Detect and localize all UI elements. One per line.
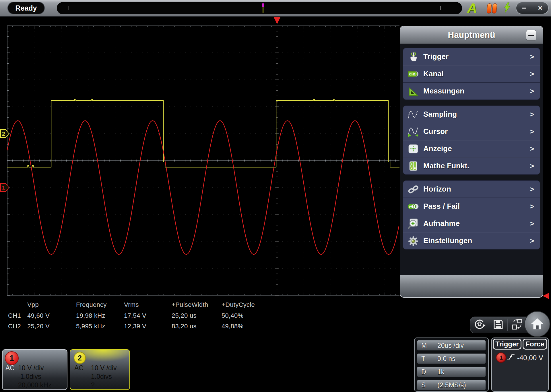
pause-icon[interactable] <box>486 3 492 13</box>
horizontal-row-m[interactable]: M20us /div <box>417 340 486 350</box>
svg-text:CH1: CH1 <box>409 73 416 76</box>
chevron-right-icon: > <box>530 53 534 61</box>
menu-group-1: Trigger> CH1Kanal> Messungen> <box>403 48 540 100</box>
menu-item-sampling[interactable]: Sampling> <box>403 106 540 123</box>
horizontal-row-value: 20us /div <box>437 342 464 350</box>
horizontal-row-label: T <box>421 355 425 363</box>
channel1-coupling: AC <box>5 364 15 372</box>
menu-item-label: Mathe Funkt. <box>423 161 469 170</box>
save-button[interactable] <box>489 318 507 332</box>
trigger-level-value: -40,00 V <box>517 354 543 362</box>
horizontal-row-d[interactable]: D1k <box>417 367 486 377</box>
channel2-position-marker[interactable]: 2 <box>1 130 9 138</box>
trigger-position-marker-stem <box>263 7 263 13</box>
auto-set-button[interactable]: A <box>467 0 477 16</box>
menu-item-trigger[interactable]: Trigger> <box>403 48 540 65</box>
status-badge: Ready <box>7 2 45 14</box>
menu-item-horizon[interactable]: Horizon> <box>403 181 540 198</box>
svg-text:×: × <box>411 166 412 170</box>
menu-item-pass-fail[interactable]: P ? FPass / Fail> <box>403 198 540 215</box>
minimize-button[interactable]: − <box>516 2 532 14</box>
menu-item-aufnahme[interactable]: Aufnahme> <box>403 215 540 232</box>
horizontal-row-s[interactable]: S(2.5MS/s) <box>417 380 486 390</box>
close-button[interactable]: × <box>532 2 548 14</box>
measure-value: 19,98 kHz <box>76 312 105 319</box>
svg-text:?: ? <box>412 204 414 208</box>
horizontal-row-value: 0.0 ns <box>437 355 455 363</box>
trigger-time-arrow[interactable] <box>274 17 280 24</box>
measure-header: Vrms <box>124 301 139 309</box>
measure-value: 83,20 us <box>172 323 197 330</box>
force-button[interactable]: Force <box>523 339 547 350</box>
measure-value: 25,20 us <box>172 312 197 319</box>
chevron-right-icon: > <box>530 185 534 193</box>
measure-row-channel: CH1 <box>8 312 21 319</box>
trigger-position-marker[interactable] <box>262 3 264 7</box>
channel1-badge: 1 <box>5 351 19 365</box>
cursor-sine-icon <box>407 126 420 137</box>
menu-minimize-button[interactable] <box>526 30 536 41</box>
swap-window-button[interactable] <box>508 318 526 332</box>
display-crosshair-icon <box>407 143 420 155</box>
chevron-right-icon: > <box>530 220 534 228</box>
gear-icon <box>407 235 420 247</box>
svg-text:2: 2 <box>2 131 5 137</box>
slider-right-tick <box>441 6 441 10</box>
menu-item-messungen[interactable]: Messungen> <box>403 82 540 100</box>
chevron-right-icon: > <box>530 162 534 170</box>
measure-triangle-icon <box>407 85 420 97</box>
window-controls: − × <box>516 2 549 14</box>
menu-item-mathe-funkt[interactable]: +−×=Mathe Funkt.> <box>403 157 540 174</box>
trigger-panel: Trigger Force 1 -40,00 V <box>491 338 549 392</box>
pause-icon-bar2[interactable] <box>492 3 497 13</box>
chevron-right-icon: > <box>530 202 534 210</box>
measure-value: 17,54 V <box>124 312 146 319</box>
horizontal-row-label: D <box>421 368 426 376</box>
menu-title: Hauptmenü <box>400 26 543 44</box>
menu-item-kanal[interactable]: CH1Kanal> <box>403 65 540 82</box>
svg-text:F: F <box>416 205 418 208</box>
measure-header: +PulseWidth <box>172 301 208 309</box>
channel1-info-box[interactable]: 1 AC 10 V /div -1.0divs 20,000 kHz <box>2 349 67 390</box>
record-position-slider[interactable] <box>57 2 462 14</box>
svg-text:−: − <box>414 162 416 166</box>
trigger-button[interactable]: Trigger <box>493 339 521 350</box>
pass-fail-icon: P ? F <box>407 201 420 212</box>
measure-value: 5,995 kHz <box>76 323 105 330</box>
trigger-source-badge: 1 <box>496 352 506 363</box>
menu-item-label: Einstellungen <box>423 236 472 245</box>
horizontal-settings-panel: M20us /divT0.0 nsD1kS(2.5MS/s) <box>414 338 489 392</box>
horizontal-row-t[interactable]: T0.0 ns <box>417 354 486 364</box>
chain-link-icon <box>407 184 420 195</box>
slider-track <box>69 8 441 8</box>
svg-text:+: + <box>411 162 412 166</box>
menu-item-cursor[interactable]: Cursor> <box>403 123 540 140</box>
menu-item-label: Kanal <box>423 69 444 78</box>
trigger-level-arrow[interactable] <box>543 293 549 299</box>
reset-default-button[interactable] <box>470 318 489 332</box>
menu-group-3: Horizon> P ? FPass / Fail> Aufnahme> Ein… <box>403 180 540 249</box>
chevron-right-icon: > <box>530 128 534 136</box>
chevron-right-icon: > <box>530 87 534 95</box>
channel1-position-marker[interactable]: 1 <box>1 184 9 192</box>
oscilloscope-app: { "titlebar": { "status": "Ready", "auto… <box>0 0 551 392</box>
channel2-info-box[interactable]: 2 AC 10 V /div 1.0divs ? <box>70 349 130 390</box>
measure-header: Frequency <box>76 301 107 309</box>
menu-item-einstellungen[interactable]: Einstellungen> <box>403 232 540 249</box>
menu-item-label: Sampling <box>423 110 457 119</box>
channel2-scale: 10 V /div <box>91 364 117 372</box>
menu-item-label: Pass / Fail <box>423 202 460 211</box>
swap-window-icon <box>510 318 523 332</box>
measure-value: 49,60 V <box>27 312 50 319</box>
math-calculator-icon: +−×= <box>407 160 420 172</box>
save-icon <box>492 318 505 332</box>
channel1-position: -1.0divs <box>18 373 41 381</box>
reset-default-icon <box>473 318 486 332</box>
channel2-coupling: AC <box>74 364 84 372</box>
flash-trigger-icon[interactable] <box>503 2 511 13</box>
chevron-right-icon: > <box>530 237 534 245</box>
home-button[interactable] <box>524 311 550 337</box>
measure-value: 12,39 V <box>124 323 146 330</box>
svg-text:P: P <box>409 205 411 208</box>
menu-item-anzeige[interactable]: Anzeige> <box>403 140 540 157</box>
